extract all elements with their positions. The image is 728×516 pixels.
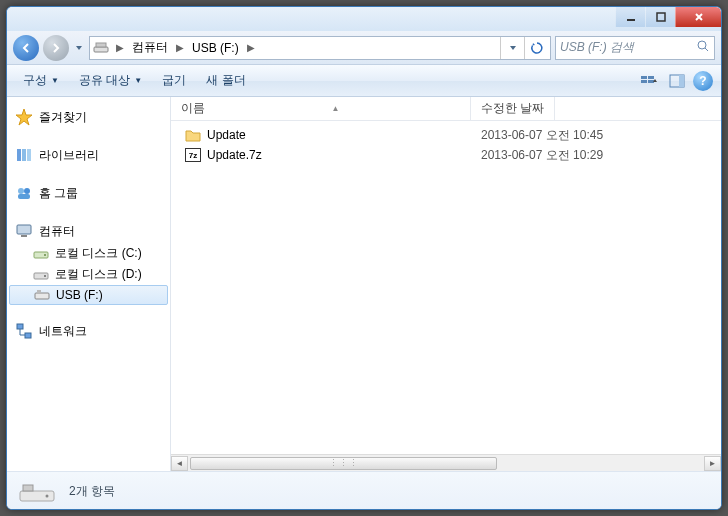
breadcrumb[interactable]: ▶ 컴퓨터 ▶ USB (F:) ▶ [89,36,551,60]
svg-rect-13 [27,149,31,161]
scroll-track[interactable]: ⋮⋮⋮ [188,456,704,471]
svg-rect-16 [18,194,30,199]
label: 새 폴더 [206,72,245,89]
chevron-right-icon[interactable]: ▶ [174,42,186,53]
svg-rect-8 [648,80,654,83]
sidebar-drive-c[interactable]: 로컬 디스크 (C:) [7,243,170,264]
chevron-right-icon[interactable]: ▶ [114,42,126,53]
close-button[interactable] [675,7,721,27]
svg-rect-17 [17,225,31,234]
sidebar-computer[interactable]: 컴퓨터 [7,219,170,243]
folder-icon [185,128,201,142]
sidebar-libraries[interactable]: 라이브러리 [7,143,170,167]
svg-rect-25 [17,324,23,329]
svg-rect-28 [23,485,33,491]
label: USB (F:) [56,288,103,302]
window-controls [615,7,721,27]
svg-rect-18 [21,235,27,237]
label: 네트워크 [39,323,87,340]
burn-button[interactable]: 굽기 [154,68,194,93]
file-list-area: 이름 ▲ 수정한 날짜 Update 2013-06-07 오전 10:45 [171,97,721,471]
disk-icon [33,248,49,260]
libraries-icon [15,146,33,164]
computer-icon [15,222,33,240]
svg-rect-6 [641,80,647,83]
scroll-thumb[interactable]: ⋮⋮⋮ [190,457,497,470]
minimize-button[interactable] [615,7,645,27]
svg-rect-24 [37,290,41,293]
dropdown-icon: ▼ [51,76,59,85]
explorer-window: ▶ 컴퓨터 ▶ USB (F:) ▶ USB (F:) 검색 구성 ▼ [6,6,722,510]
svg-rect-1 [657,13,665,21]
svg-point-22 [44,275,46,277]
usb-drive-large-icon [17,477,57,507]
sidebar-drive-d[interactable]: 로컬 디스크 (D:) [7,264,170,285]
label: 굽기 [162,72,186,89]
svg-rect-26 [25,333,31,338]
column-header-modified[interactable]: 수정한 날짜 [471,97,555,120]
status-summary: 2개 항목 [69,483,115,500]
file-name: Update.7z [207,148,262,162]
organize-button[interactable]: 구성 ▼ [15,68,67,93]
svg-rect-11 [17,149,21,161]
svg-rect-2 [94,47,108,52]
usb-drive-icon [34,289,50,301]
main-area: 즐겨찾기 라이브러리 홈 그룹 [7,97,721,471]
share-button[interactable]: 공유 대상 ▼ [71,68,150,93]
toolbar: 구성 ▼ 공유 대상 ▼ 굽기 새 폴더 ? [7,65,721,97]
label: 로컬 디스크 (D:) [55,266,142,283]
svg-rect-0 [627,19,635,21]
forward-button[interactable] [43,35,69,61]
svg-point-20 [44,254,46,256]
svg-rect-10 [679,75,684,87]
drive-icon [92,39,110,57]
svg-point-14 [18,188,24,194]
title-bar [7,7,721,31]
svg-point-15 [24,188,30,194]
nav-history-dropdown[interactable] [73,38,85,58]
sidebar-network[interactable]: 네트워크 [7,319,170,343]
label: 컴퓨터 [39,223,75,240]
network-icon [15,322,33,340]
archive-icon: 7z [185,148,201,162]
file-row[interactable]: 7z Update.7z 2013-06-07 오전 10:29 [171,145,721,165]
svg-rect-3 [96,43,106,47]
maximize-button[interactable] [645,7,675,27]
label: 라이브러리 [39,147,99,164]
file-row[interactable]: Update 2013-06-07 오전 10:45 [171,125,721,145]
favorites-icon [15,108,33,126]
sidebar-drive-usb[interactable]: USB (F:) [9,285,168,305]
label: 구성 [23,72,47,89]
label: 즐겨찾기 [39,109,87,126]
sort-ascending-icon: ▲ [332,104,340,113]
file-list[interactable]: Update 2013-06-07 오전 10:45 7z Update.7z … [171,121,721,454]
preview-pane-button[interactable] [665,70,689,92]
sidebar-favorites[interactable]: 즐겨찾기 [7,105,170,129]
new-folder-button[interactable]: 새 폴더 [198,68,253,93]
svg-rect-23 [35,293,49,299]
breadcrumb-item[interactable]: 컴퓨터 [126,37,174,58]
svg-rect-12 [22,149,26,161]
column-header-name[interactable]: 이름 ▲ [171,97,471,120]
view-options-button[interactable] [637,70,661,92]
breadcrumb-item[interactable]: USB (F:) [186,39,245,57]
nav-bar: ▶ 컴퓨터 ▶ USB (F:) ▶ USB (F:) 검색 [7,31,721,65]
scroll-left-button[interactable]: ◄ [171,456,188,471]
nav-pane: 즐겨찾기 라이브러리 홈 그룹 [7,97,171,471]
back-button[interactable] [13,35,39,61]
sidebar-homegroup[interactable]: 홈 그룹 [7,181,170,205]
column-headers: 이름 ▲ 수정한 날짜 [171,97,721,121]
scroll-right-button[interactable]: ► [704,456,721,471]
chevron-right-icon[interactable]: ▶ [245,42,257,53]
svg-point-29 [46,494,49,497]
label: 로컬 디스크 (C:) [55,245,142,262]
refresh-button[interactable] [524,37,548,59]
breadcrumb-dropdown[interactable] [500,37,524,59]
details-pane: 2개 항목 [7,471,721,510]
svg-point-4 [698,41,706,49]
help-button[interactable]: ? [693,71,713,91]
dropdown-icon: ▼ [134,76,142,85]
horizontal-scrollbar[interactable]: ◄ ⋮⋮⋮ ► [171,454,721,471]
file-date: 2013-06-07 오전 10:45 [471,127,603,144]
search-input[interactable]: USB (F:) 검색 [555,36,715,60]
